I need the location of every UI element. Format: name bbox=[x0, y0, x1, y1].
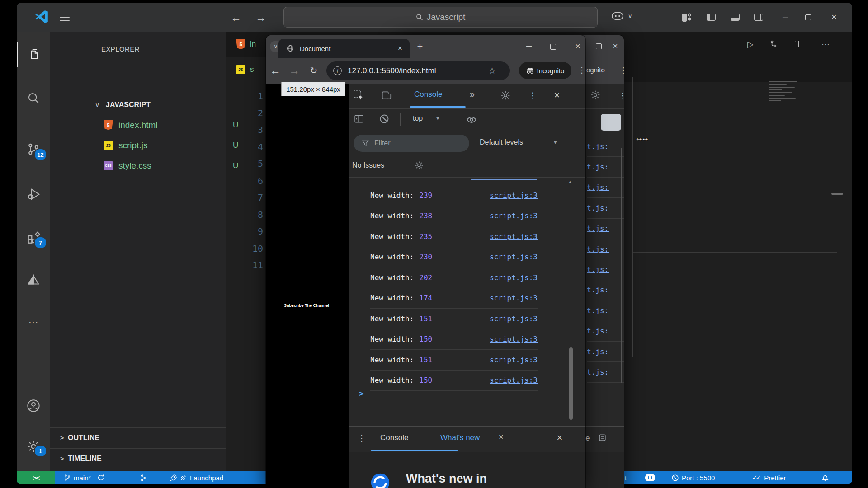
toggle-panel-icon[interactable] bbox=[731, 14, 740, 21]
settings-gear-icon[interactable] bbox=[500, 90, 510, 100]
sidebar-item-run-debug[interactable] bbox=[17, 183, 50, 205]
sidebar-item-source-control[interactable]: 12 bbox=[17, 138, 50, 160]
kebab-menu-icon[interactable]: ⋮ bbox=[618, 91, 624, 101]
panel-icon[interactable] bbox=[599, 434, 606, 441]
minimize-icon[interactable]: ─ bbox=[524, 41, 534, 52]
source-link[interactable]: script.js:3 bbox=[490, 335, 538, 343]
command-center-search[interactable]: Javascript bbox=[283, 7, 598, 28]
source-link[interactable]: script.js:3 bbox=[490, 356, 538, 364]
run-file-icon[interactable]: ▷ bbox=[744, 38, 757, 51]
inspect-element-icon[interactable] bbox=[353, 90, 364, 101]
customize-layout-icon[interactable] bbox=[682, 14, 691, 21]
more-views-icon[interactable]: ⋯ bbox=[17, 311, 50, 333]
device-toolbar-icon[interactable] bbox=[381, 90, 392, 101]
console-prompt[interactable]: > bbox=[359, 389, 364, 398]
copilot-icon[interactable] bbox=[612, 12, 623, 21]
settings-gear-icon[interactable] bbox=[590, 90, 600, 100]
close-devtools-icon[interactable]: × bbox=[551, 89, 563, 101]
more-tabs-icon[interactable]: » bbox=[470, 89, 475, 99]
source-link[interactable]: script.js:3 bbox=[490, 273, 538, 282]
maximize-icon[interactable] bbox=[596, 43, 602, 49]
sidebar-item-explorer[interactable] bbox=[17, 43, 50, 65]
live-expression-eye-icon[interactable] bbox=[466, 114, 477, 125]
clipped-source-link[interactable]: t.js: bbox=[587, 224, 609, 233]
source-link[interactable]: script.js:3 bbox=[490, 294, 538, 302]
scrollbar[interactable] bbox=[621, 148, 622, 383]
issues-gear-icon[interactable] bbox=[415, 161, 424, 170]
editor-scrollbar[interactable] bbox=[831, 193, 843, 195]
prettier-status-item[interactable]: ✓✓ Prettier bbox=[752, 471, 786, 484]
clipped-source-link[interactable]: t.js: bbox=[587, 306, 609, 315]
branch-status-item[interactable]: main* bbox=[64, 471, 104, 484]
filter-input-wrap[interactable] bbox=[354, 135, 469, 152]
context-selector[interactable]: top bbox=[413, 114, 423, 122]
minimize-icon[interactable]: ─ bbox=[780, 12, 791, 23]
toggle-primary-sidebar-icon[interactable] bbox=[707, 14, 716, 21]
drawer-tab-partial[interactable]: e bbox=[585, 434, 590, 443]
drawer-kebab-icon[interactable]: ⋮ bbox=[358, 433, 366, 443]
whats-new-close-icon[interactable]: × bbox=[499, 432, 504, 442]
new-tab-icon[interactable]: + bbox=[414, 41, 426, 52]
filter-input[interactable] bbox=[373, 139, 443, 148]
file-item-script.js[interactable]: JSscript.jsU bbox=[50, 135, 226, 155]
console-scrollbar-thumb[interactable] bbox=[569, 347, 573, 420]
kebab-menu-icon[interactable]: ⋮ bbox=[578, 65, 585, 75]
clipped-source-link[interactable]: t.js: bbox=[587, 265, 609, 274]
language-mode-partial[interactable]: t bbox=[625, 471, 627, 484]
tab-close-icon[interactable]: × bbox=[395, 43, 405, 53]
forward-arrow-icon[interactable]: → bbox=[254, 11, 268, 24]
remote-indicator[interactable]: >< bbox=[17, 471, 55, 484]
source-link[interactable]: script.js:3 bbox=[490, 211, 538, 220]
clipped-source-link[interactable]: t.js: bbox=[587, 347, 609, 356]
minimap[interactable] bbox=[769, 81, 805, 103]
file-item-style.css[interactable]: CSSstyle.cssU bbox=[50, 155, 226, 176]
scroll-up-icon[interactable]: ▲ bbox=[568, 179, 572, 184]
settings-gear-icon[interactable]: 1 bbox=[17, 436, 50, 457]
kebab-menu-icon[interactable]: ⋮ bbox=[528, 90, 537, 101]
git-graph-status-item[interactable] bbox=[140, 471, 147, 484]
close-icon[interactable]: × bbox=[829, 11, 840, 22]
console-sidebar-icon[interactable] bbox=[354, 114, 364, 124]
toggle-secondary-sidebar-icon[interactable] bbox=[754, 14, 763, 21]
close-icon[interactable]: × bbox=[610, 41, 620, 51]
clipped-source-link[interactable]: t.js: bbox=[587, 142, 609, 151]
clipped-source-link[interactable]: t.js: bbox=[587, 204, 609, 212]
clipped-source-link[interactable]: t.js: bbox=[587, 327, 609, 335]
maximize-icon[interactable] bbox=[805, 14, 811, 20]
split-editor-icon[interactable] bbox=[795, 41, 802, 47]
run-or-debug-icon[interactable] bbox=[769, 40, 778, 48]
outline-section[interactable]: > OUTLINE bbox=[50, 427, 226, 448]
source-link[interactable]: script.js:3 bbox=[490, 232, 538, 241]
sync-icon[interactable] bbox=[97, 474, 104, 481]
port-status-item[interactable]: Port : 5500 bbox=[671, 471, 715, 484]
clipped-source-link[interactable]: t.js: bbox=[587, 368, 609, 376]
browser-tab-document[interactable]: Document × bbox=[278, 39, 410, 58]
forward-arrow-icon[interactable]: → bbox=[288, 64, 301, 77]
clipped-source-link[interactable]: t.js: bbox=[587, 286, 609, 294]
source-link[interactable]: script.js:3 bbox=[490, 253, 538, 261]
maximize-icon[interactable] bbox=[550, 44, 556, 50]
menu-icon[interactable] bbox=[60, 14, 70, 21]
bookmark-star-icon[interactable]: ☆ bbox=[488, 66, 496, 76]
clipped-source-link[interactable]: t.js: bbox=[587, 163, 609, 171]
clipped-source-link[interactable]: t.js: bbox=[587, 183, 609, 192]
sidebar-item-search[interactable] bbox=[17, 87, 50, 109]
reload-icon[interactable]: ↻ bbox=[307, 64, 320, 77]
clear-console-icon[interactable] bbox=[379, 114, 389, 124]
address-bar[interactable]: i 127.0.0.1:5500/index.html ☆ bbox=[326, 61, 510, 80]
sidebar-item-extensions[interactable]: 7 bbox=[17, 226, 50, 248]
drawer-tab-console[interactable]: Console bbox=[380, 433, 408, 442]
copilot-chevron-icon[interactable]: ∨ bbox=[628, 13, 632, 19]
source-link[interactable]: script.js:3 bbox=[490, 191, 538, 200]
notifications-bell[interactable] bbox=[821, 471, 829, 484]
site-info-icon[interactable]: i bbox=[333, 66, 342, 75]
timeline-section[interactable]: > TIMELINE bbox=[50, 448, 226, 469]
sidebar-item-prism[interactable] bbox=[17, 269, 50, 291]
close-icon[interactable]: × bbox=[572, 41, 583, 52]
file-item-index.html[interactable]: 5index.htmlU bbox=[50, 115, 226, 135]
more-actions-icon[interactable]: ⋯ bbox=[819, 38, 832, 51]
tab-index-html[interactable]: 5 in bbox=[226, 32, 256, 57]
close-drawer-icon[interactable]: × bbox=[554, 432, 566, 444]
issues-count[interactable]: No Issues bbox=[352, 161, 384, 169]
drawer-tab-whats-new[interactable]: What's new bbox=[440, 433, 480, 442]
